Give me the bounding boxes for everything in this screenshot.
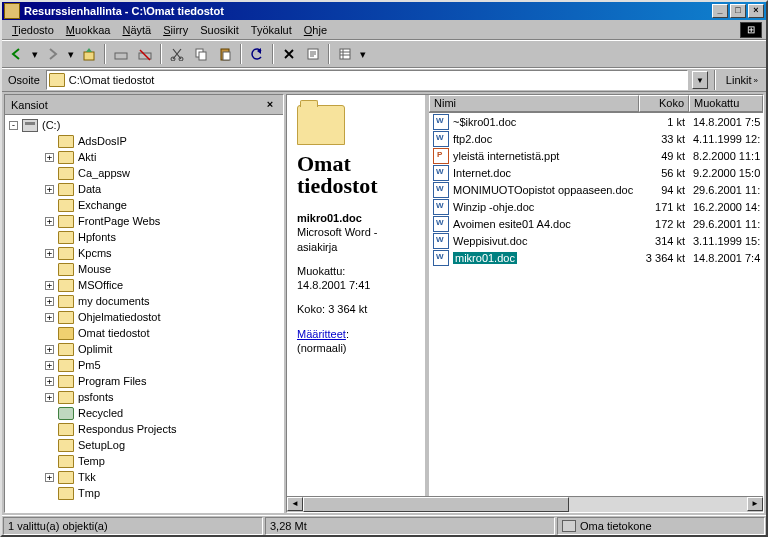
file-list[interactable]: ~$ikro01.doc1 kt14.8.2001 7:5ftp2.doc33 … <box>429 113 763 496</box>
col-name[interactable]: Nimi <box>429 95 639 112</box>
properties-button[interactable] <box>302 43 324 65</box>
status-size: 3,28 Mt <box>265 517 555 535</box>
folder-tree[interactable]: -(C:)AdsDosIP+AktiCa_appsw+DataExchange+… <box>5 115 283 512</box>
file-icon <box>433 216 449 232</box>
tree-item[interactable]: +FrontPage Webs <box>9 213 283 229</box>
minimize-button[interactable]: _ <box>712 4 728 18</box>
back-dropdown[interactable]: ▾ <box>30 43 40 65</box>
tree-item[interactable]: +Akti <box>9 149 283 165</box>
col-size[interactable]: Koko <box>639 95 689 112</box>
disconnect-drive-button[interactable] <box>134 43 156 65</box>
menu-nayta[interactable]: Näytä <box>116 22 157 38</box>
maximize-button[interactable]: □ <box>730 4 746 18</box>
tree-item[interactable]: +Data <box>9 181 283 197</box>
forward-dropdown[interactable]: ▾ <box>66 43 76 65</box>
window-title: Resurssienhallinta - C:\Omat tiedostot <box>24 5 712 17</box>
tree-item[interactable]: +Kpcms <box>9 245 283 261</box>
expand-icon[interactable]: + <box>45 473 54 482</box>
expand-icon[interactable]: + <box>45 217 54 226</box>
file-row[interactable]: mikro01.doc3 364 kt14.8.2001 7:4 <box>429 249 763 266</box>
folder-icon <box>58 231 74 244</box>
file-row[interactable]: ftp2.doc33 kt4.11.1999 12: <box>429 130 763 147</box>
tree-item[interactable]: +Pm5 <box>9 357 283 373</box>
tree-item[interactable]: SetupLog <box>9 437 283 453</box>
expand-icon[interactable]: + <box>45 377 54 386</box>
statusbar: 1 valittu(a) objekti(a) 3,28 Mt Oma tiet… <box>2 515 766 535</box>
tree-item[interactable]: Mouse <box>9 261 283 277</box>
tree-item[interactable]: Tmp <box>9 485 283 501</box>
svg-rect-14 <box>340 49 350 59</box>
expand-icon[interactable]: - <box>9 121 18 130</box>
tree-item[interactable]: +Program Files <box>9 373 283 389</box>
paste-button[interactable] <box>214 43 236 65</box>
expand-icon[interactable]: + <box>45 345 54 354</box>
tree-item[interactable]: Respondus Projects <box>9 421 283 437</box>
up-button[interactable] <box>78 43 100 65</box>
attributes-link[interactable]: Määritteet <box>297 328 346 340</box>
file-row[interactable]: Winzip -ohje.doc171 kt16.2.2000 14: <box>429 198 763 215</box>
scroll-left-button[interactable]: ◄ <box>287 497 303 511</box>
folder-icon <box>58 327 74 340</box>
cut-button[interactable] <box>166 43 188 65</box>
expand-icon[interactable]: + <box>45 297 54 306</box>
file-icon <box>433 131 449 147</box>
tree-item[interactable]: Exchange <box>9 197 283 213</box>
tree-item[interactable]: +my documents <box>9 293 283 309</box>
folder-icon <box>58 311 74 324</box>
file-row[interactable]: Weppisivut.doc314 kt3.11.1999 15: <box>429 232 763 249</box>
file-icon <box>433 148 449 164</box>
tree-item[interactable]: AdsDosIP <box>9 133 283 149</box>
tree-item[interactable]: +psfonts <box>9 389 283 405</box>
status-selection: 1 valittu(a) objekti(a) <box>3 517 263 535</box>
tree-item[interactable]: +Ohjelmatiedostot <box>9 309 283 325</box>
tree-item[interactable]: Recycled <box>9 405 283 421</box>
menu-ohje[interactable]: Ohje <box>298 22 333 38</box>
expand-icon[interactable]: + <box>45 153 54 162</box>
scroll-right-button[interactable]: ► <box>747 497 763 511</box>
address-dropdown[interactable]: ▼ <box>692 71 708 89</box>
file-row[interactable]: yleistä internetistä.ppt49 kt8.2.2000 11… <box>429 147 763 164</box>
file-row[interactable]: Avoimen esite01 A4.doc172 kt29.6.2001 11… <box>429 215 763 232</box>
drive-icon <box>22 119 38 132</box>
menu-suosikit[interactable]: Suosikit <box>194 22 245 38</box>
info-column: Omattiedostot mikro01.docMicrosoft Word … <box>287 95 425 496</box>
expand-icon[interactable]: + <box>45 281 54 290</box>
horizontal-scrollbar[interactable]: ◄ ► <box>287 496 763 512</box>
forward-button[interactable] <box>42 43 64 65</box>
tree-item[interactable]: Omat tiedostot <box>9 325 283 341</box>
tree-item[interactable]: +Tkk <box>9 469 283 485</box>
back-button[interactable] <box>6 43 28 65</box>
copy-button[interactable] <box>190 43 212 65</box>
expand-icon[interactable]: + <box>45 393 54 402</box>
folder-icon <box>58 439 74 452</box>
map-drive-button[interactable] <box>110 43 132 65</box>
views-dropdown[interactable]: ▾ <box>358 43 368 65</box>
folder-icon <box>58 391 74 404</box>
tree-item[interactable]: Temp <box>9 453 283 469</box>
tree-item[interactable]: +MSOffice <box>9 277 283 293</box>
delete-button[interactable] <box>278 43 300 65</box>
folders-close-button[interactable]: × <box>263 98 277 112</box>
tree-item[interactable]: +Oplimit <box>9 341 283 357</box>
links-button[interactable]: Linkit» <box>722 74 762 86</box>
menu-muokkaa[interactable]: Muokkaa <box>60 22 117 38</box>
tree-root[interactable]: -(C:) <box>9 117 283 133</box>
file-row[interactable]: ~$ikro01.doc1 kt14.8.2001 7:5 <box>429 113 763 130</box>
tree-item[interactable]: Ca_appsw <box>9 165 283 181</box>
expand-icon[interactable]: + <box>45 313 54 322</box>
expand-icon[interactable]: + <box>45 361 54 370</box>
menu-tyokalut[interactable]: Työkalut <box>245 22 298 38</box>
views-button[interactable] <box>334 43 356 65</box>
folder-icon <box>58 359 74 372</box>
undo-button[interactable] <box>246 43 268 65</box>
tree-item[interactable]: Hpfonts <box>9 229 283 245</box>
col-modified[interactable]: Muokattu <box>689 95 763 112</box>
expand-icon[interactable]: + <box>45 249 54 258</box>
address-box[interactable]: C:\Omat tiedostot <box>46 70 688 90</box>
menu-tiedosto[interactable]: Tiedosto <box>6 22 60 38</box>
file-row[interactable]: MONIMUOTOopistot oppaaseen.doc94 kt29.6.… <box>429 181 763 198</box>
menu-siirry[interactable]: Siirry <box>157 22 194 38</box>
expand-icon[interactable]: + <box>45 185 54 194</box>
file-row[interactable]: Internet.doc56 kt9.2.2000 15:0 <box>429 164 763 181</box>
close-button[interactable]: × <box>748 4 764 18</box>
